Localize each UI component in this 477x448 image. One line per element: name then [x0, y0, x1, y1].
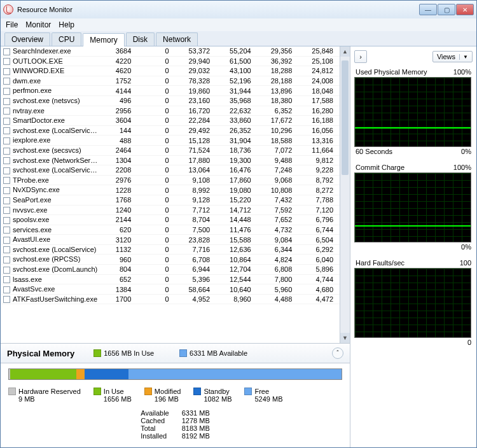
table-row[interactable]: spoolsv.exe214408,70414,4487,6526,796 [1, 215, 340, 225]
titlebar[interactable]: Resource Monitor — ▢ ✕ [1, 1, 476, 18]
checkbox[interactable] [3, 78, 10, 85]
checkbox[interactable] [3, 207, 10, 214]
table-row[interactable]: svchost.exe (LocalServiceNo...2208013,06… [1, 165, 340, 176]
tab-network[interactable]: Network [156, 32, 198, 46]
graph2-title: Commit Charge [356, 164, 404, 171]
minimize-button[interactable]: — [419, 4, 437, 15]
checkbox[interactable] [3, 148, 10, 155]
window-title: Resource Monitor [17, 6, 73, 13]
checkbox[interactable] [3, 108, 10, 115]
tab-disk[interactable]: Disk [126, 32, 155, 46]
maximize-button[interactable]: ▢ [438, 4, 455, 15]
inuse-icon2 [93, 388, 101, 395]
checkbox[interactable] [3, 127, 10, 134]
tab-memory[interactable]: Memory [83, 33, 124, 46]
graph3-foot-right: 0 [467, 339, 471, 346]
checkbox[interactable] [3, 48, 10, 55]
graph-hard-faults [354, 268, 471, 338]
checkbox[interactable] [3, 267, 10, 274]
hw-icon [8, 388, 16, 395]
table-row[interactable]: svchost.exe (NetworkService)1304017,8801… [1, 155, 340, 165]
inuse-summary: 1656 MB In Use [104, 349, 154, 357]
app-icon [3, 4, 13, 15]
checkbox[interactable] [3, 227, 10, 234]
menu-help[interactable]: Help [59, 20, 74, 29]
close-button[interactable]: ✕ [456, 4, 474, 15]
checkbox[interactable] [3, 246, 10, 253]
physical-memory-title: Physical Memory [7, 349, 74, 358]
collapse-button[interactable]: ˆ [332, 347, 343, 359]
memory-bar [8, 368, 342, 380]
table-row[interactable]: svchost.exe (DcomLaunch)80406,94412,7046… [1, 265, 340, 275]
graph-commit-charge [354, 172, 471, 242]
checkbox[interactable] [3, 237, 10, 244]
checkbox[interactable] [3, 68, 10, 75]
tabstrip: Overview CPU Memory Disk Network [1, 31, 476, 46]
mod-value: 196 MB [144, 395, 181, 403]
memory-stats: AvailableCachedTotalInstalled 6331 MB127… [1, 407, 350, 447]
views-button[interactable]: Views▼ [432, 51, 473, 62]
table-row[interactable]: TProbe.exe297609,10817,8609,0688,792 [1, 175, 340, 185]
graph1-max: 100% [453, 68, 471, 76]
checkbox[interactable] [3, 187, 10, 194]
checkbox[interactable] [3, 276, 10, 283]
views-label: Views [437, 53, 455, 60]
table-row[interactable]: ATKFastUserSwitching.exe170004,9528,9604… [1, 294, 340, 304]
table-row[interactable]: OUTLOOK.EXE4220029,94061,50036,39225,108 [1, 56, 340, 66]
table-row[interactable]: NvXDSync.exe122808,99219,08010,8088,272 [1, 185, 340, 195]
table-row[interactable]: svchost.exe (netsvcs)496023,16035,96818,… [1, 95, 340, 106]
process-table[interactable]: SearchIndexer.exe3684053,37255,20429,356… [1, 46, 340, 343]
dropdown-icon: ▼ [459, 54, 468, 60]
vertical-scrollbar[interactable]: ▲ ▼ [340, 46, 350, 343]
tab-cpu[interactable]: CPU [52, 32, 81, 46]
table-row[interactable]: svchost.exe (RPCSS)96006,70810,8644,8246… [1, 255, 340, 265]
checkbox[interactable] [3, 58, 10, 65]
checkbox[interactable] [3, 256, 10, 263]
graph3-title: Hard Faults/sec [356, 259, 404, 267]
checkbox[interactable] [3, 137, 10, 144]
table-row[interactable]: dwm.exe1752078,32852,19628,18824,008 [1, 76, 340, 86]
table-row[interactable]: lsass.exe65205,39612,5447,8004,744 [1, 274, 340, 284]
table-row[interactable]: SmartDoctor.exe3604022,28433,86017,67216… [1, 116, 340, 126]
table-row[interactable]: iexplore.exe488015,12831,90418,58813,316 [1, 136, 340, 146]
scroll-up-icon[interactable]: ▲ [340, 46, 350, 57]
free-label: Free [254, 388, 269, 395]
menu-monitor[interactable]: Monitor [25, 20, 51, 29]
table-row[interactable]: svchost.exe (secsvcs)2464071,52418,7367,… [1, 145, 340, 155]
standby-icon [193, 388, 201, 395]
graph2-max: 100% [453, 164, 471, 171]
graphs-nav-button[interactable]: › [354, 50, 367, 63]
tab-overview[interactable]: Overview [4, 32, 50, 46]
scroll-down-icon[interactable]: ▼ [340, 333, 350, 343]
inuse-label: In Use [104, 388, 124, 395]
checkbox[interactable] [3, 88, 10, 95]
table-row[interactable]: svchost.exe (LocalServiceNet...144029,49… [1, 125, 340, 136]
hw-value: 9 MB [8, 395, 81, 403]
checkbox[interactable] [3, 197, 10, 204]
physical-memory-header[interactable]: Physical Memory 1656 MB In Use 6331 MB A… [1, 343, 350, 363]
checkbox[interactable] [3, 286, 10, 293]
table-row[interactable]: svchost.exe (LocalService)113207,71612,6… [1, 244, 340, 255]
checkbox[interactable] [3, 167, 10, 174]
resource-monitor-window: Resource Monitor — ▢ ✕ File Monitor Help… [0, 0, 477, 448]
table-row[interactable]: SeaPort.exe176809,12815,2207,4327,788 [1, 195, 340, 205]
table-row[interactable]: services.exe62007,50011,4764,7326,744 [1, 225, 340, 235]
table-row[interactable]: WINWORD.EXE4620029,03243,10018,28824,812 [1, 66, 340, 76]
table-row[interactable]: SearchIndexer.exe3684053,37255,20429,356… [1, 46, 340, 56]
graph-used-physical [354, 77, 471, 147]
table-row[interactable]: perfmon.exe4144019,86031,94413,89618,048 [1, 86, 340, 96]
menu-file[interactable]: File [6, 20, 18, 29]
table-row[interactable]: nvtray.exe2956016,72022,6326,35216,280 [1, 106, 340, 116]
table-row[interactable]: nvvsvc.exe124007,71214,7127,5927,120 [1, 205, 340, 215]
menubar: File Monitor Help [1, 18, 476, 31]
checkbox[interactable] [3, 296, 10, 303]
table-row[interactable]: AvastUI.exe3120023,82815,5889,0846,504 [1, 235, 340, 245]
checkbox[interactable] [3, 118, 10, 125]
checkbox[interactable] [3, 98, 10, 105]
table-row[interactable]: AvastSvc.exe1384058,66410,6405,9604,680 [1, 284, 340, 295]
scrollbar-thumb[interactable] [342, 60, 349, 175]
avail-icon [179, 349, 187, 357]
checkbox[interactable] [3, 217, 10, 224]
checkbox[interactable] [3, 177, 10, 184]
checkbox[interactable] [3, 157, 10, 164]
